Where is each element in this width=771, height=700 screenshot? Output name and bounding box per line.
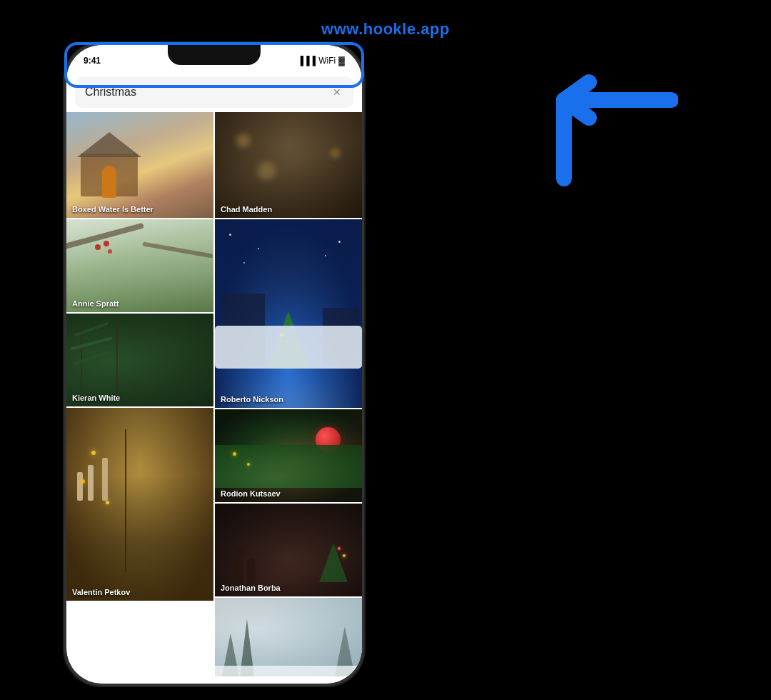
status-icons: ▐▐▐ WiFi ▓ <box>298 56 345 66</box>
photo-col-left: Boxed Water Is Better Annie Spratt <box>66 112 213 676</box>
phone-notch <box>168 45 261 65</box>
search-clear-button[interactable]: ✕ <box>331 86 343 99</box>
photo-grid: Boxed Water Is Better Annie Spratt <box>66 112 362 676</box>
url-label: www.hookle.app <box>321 20 450 39</box>
photo-col-right: Chad Madden <box>215 112 362 676</box>
photo-snowy-trees[interactable] <box>215 598 362 676</box>
photo-label-3: Annie Spratt <box>72 299 119 308</box>
photo-jonathan-borba[interactable]: Jonathan Borba <box>215 504 362 596</box>
search-input[interactable]: Christmas <box>85 86 325 99</box>
scene: www.hookle.app 9:41 ▐▐▐ WiFi ▓ <box>0 0 771 700</box>
phone-content: 9:41 ▐▐▐ WiFi ▓ Christmas ✕ <box>66 45 362 684</box>
photo-label-7: Valentin Petkov <box>72 588 130 596</box>
photo-label-2: Chad Madden <box>221 205 272 214</box>
status-time: 9:41 <box>84 56 101 66</box>
photo-label-1: Boxed Water Is Better <box>72 205 153 214</box>
photo-label-8: Jonathan Borba <box>221 584 281 592</box>
photo-valentin-petkov[interactable]: Valentin Petkov <box>66 408 213 601</box>
photo-roberto-nickson[interactable]: Roberto Nickson <box>215 219 362 408</box>
photo-boxed-water[interactable]: Boxed Water Is Better <box>66 112 213 218</box>
photo-label-6: Rodion Kutsaev <box>221 489 281 498</box>
wifi-icon: WiFi <box>318 56 336 66</box>
photo-kieran-white[interactable]: Kieran White <box>66 314 213 406</box>
photo-chad-madden[interactable]: Chad Madden <box>215 112 362 218</box>
search-bar[interactable]: Christmas ✕ <box>75 76 353 108</box>
photo-label-4: Roberto Nickson <box>221 395 283 404</box>
signal-icon: ▐▐▐ <box>298 56 316 66</box>
photo-annie-spratt[interactable]: Annie Spratt <box>66 219 213 312</box>
battery-icon: ▓ <box>338 56 345 66</box>
arrow-annotation <box>521 71 678 200</box>
photo-rodion-kutsaev[interactable]: Rodion Kutsaev <box>215 409 362 502</box>
photo-label-5: Kieran White <box>72 394 120 402</box>
phone-frame: 9:41 ▐▐▐ WiFi ▓ Christmas ✕ <box>64 43 364 686</box>
